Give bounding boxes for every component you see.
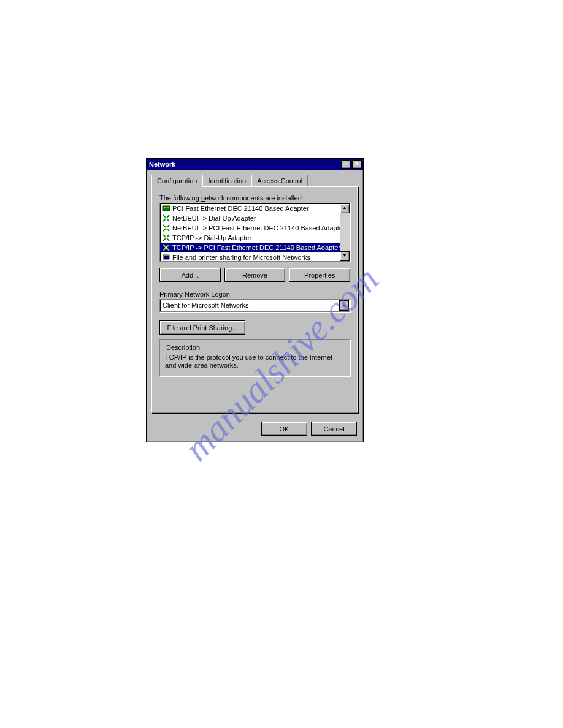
primary-logon-label: Primary Network Logon:	[159, 290, 350, 298]
list-item[interactable]: TCP/IP -> Dial-Up Adapter	[160, 233, 340, 243]
protocol-icon	[161, 223, 171, 233]
tab-access-control[interactable]: Access Control	[251, 175, 308, 186]
svg-point-11	[165, 237, 167, 239]
combo-value: Client for Microsoft Networks	[160, 300, 339, 311]
chevron-down-icon: ▼	[342, 303, 347, 308]
adapter-icon	[161, 203, 171, 213]
list-item-label: PCI Fast Ethernet DEC 21140 Based Adapte…	[172, 205, 309, 212]
service-icon	[161, 252, 171, 261]
cancel-button[interactable]: Cancel	[311, 422, 357, 436]
primary-logon-combo[interactable]: Client for Microsoft Networks ▼	[159, 299, 350, 312]
network-dialog: Network ? ✕ Configuration Identification…	[146, 158, 364, 442]
svg-rect-16	[164, 256, 169, 259]
dialog-actions: OK Cancel	[147, 418, 363, 442]
description-fieldset: Description TCP/IP is the protocol you u…	[159, 339, 350, 376]
protocol-icon	[161, 233, 171, 243]
list-item-label: TCP/IP -> Dial-Up Adapter	[172, 234, 251, 241]
combo-dropdown-button[interactable]: ▼	[339, 300, 349, 311]
description-label: Description	[165, 344, 201, 351]
list-item-label: NetBEUI -> Dial-Up Adapter	[172, 214, 256, 222]
description-text: TCP/IP is the protocol you use to connec…	[165, 354, 345, 370]
svg-point-14	[165, 246, 167, 249]
svg-point-8	[165, 227, 167, 229]
list-item[interactable]: PCI Fast Ethernet DEC 21140 Based Adapte…	[160, 203, 340, 213]
list-item-label: TCP/IP -> PCI Fast Ethernet DEC 21140 Ba…	[172, 244, 340, 251]
svg-rect-0	[163, 206, 170, 211]
sharing-button-row: File and Print Sharing...	[159, 320, 350, 335]
list-item-label: File and printer sharing for Microsoft N…	[172, 254, 310, 261]
tabstrip: Configuration Identification Access Cont…	[151, 175, 358, 186]
svg-rect-2	[167, 207, 169, 208]
close-button[interactable]: ✕	[352, 160, 362, 169]
add-button[interactable]: Add...	[159, 268, 221, 282]
svg-rect-1	[164, 207, 166, 208]
dialog-title: Network	[149, 161, 175, 168]
svg-rect-17	[165, 259, 167, 260]
remove-button[interactable]: Remove	[224, 268, 286, 282]
scroll-down-button[interactable]: ▼	[340, 251, 350, 261]
scrollbar-vertical[interactable]: ▲ ▼	[340, 203, 350, 261]
protocol-icon	[161, 243, 171, 252]
tab-panel-configuration: The following network components are ins…	[151, 186, 358, 413]
help-button[interactable]: ?	[341, 160, 351, 169]
titlebar[interactable]: Network ? ✕	[147, 159, 363, 170]
protocol-icon	[161, 213, 171, 223]
svg-point-5	[165, 217, 167, 219]
tab-configuration[interactable]: Configuration	[151, 175, 202, 187]
list-item[interactable]: TCP/IP -> PCI Fast Ethernet DEC 21140 Ba…	[160, 243, 340, 252]
list-item[interactable]: File and printer sharing for Microsoft N…	[160, 252, 340, 261]
scroll-up-button[interactable]: ▲	[340, 203, 350, 213]
titlebar-buttons: ? ✕	[340, 160, 362, 169]
list-item-label: NetBEUI -> PCI Fast Ethernet DEC 21140 B…	[172, 224, 340, 232]
close-icon: ✕	[354, 161, 359, 167]
file-print-sharing-button[interactable]: File and Print Sharing...	[159, 320, 245, 335]
components-label: The following network components are ins…	[159, 194, 350, 202]
component-buttons: Add... Remove Properties	[159, 268, 350, 282]
list-item[interactable]: NetBEUI -> PCI Fast Ethernet DEC 21140 B…	[160, 223, 340, 233]
tab-identification[interactable]: Identification	[202, 175, 251, 186]
components-listview[interactable]: PCI Fast Ethernet DEC 21140 Based Adapte…	[159, 203, 350, 262]
ok-button[interactable]: OK	[261, 422, 307, 436]
properties-button[interactable]: Properties	[289, 268, 350, 282]
list-items: PCI Fast Ethernet DEC 21140 Based Adapte…	[160, 203, 340, 261]
list-item[interactable]: NetBEUI -> Dial-Up Adapter	[160, 213, 340, 223]
